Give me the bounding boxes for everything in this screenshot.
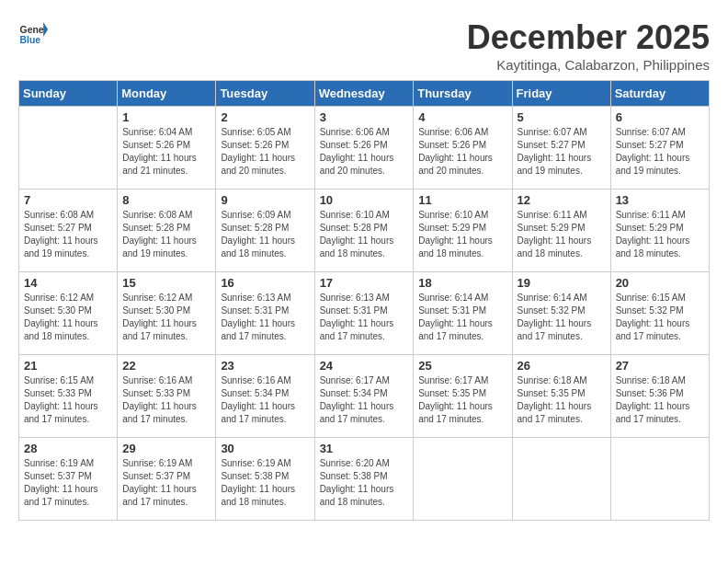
calendar-day-cell: 1Sunrise: 6:04 AM Sunset: 5:26 PM Daylig… bbox=[118, 107, 216, 190]
calendar-day-cell: 11Sunrise: 6:10 AM Sunset: 5:29 PM Dayli… bbox=[414, 190, 512, 272]
day-info: Sunrise: 6:13 AM Sunset: 5:31 PM Dayligh… bbox=[320, 292, 409, 343]
day-info: Sunrise: 6:09 AM Sunset: 5:28 PM Dayligh… bbox=[221, 209, 309, 260]
day-number: 23 bbox=[221, 359, 309, 373]
title-block: December 2025 Kaytitinga, Calabarzon, Ph… bbox=[467, 18, 710, 73]
calendar-day-cell: 27Sunrise: 6:18 AM Sunset: 5:36 PM Dayli… bbox=[610, 355, 709, 438]
day-info: Sunrise: 6:07 AM Sunset: 5:27 PM Dayligh… bbox=[616, 126, 704, 178]
calendar-day-cell: 20Sunrise: 6:15 AM Sunset: 5:32 PM Dayli… bbox=[610, 272, 709, 355]
day-info: Sunrise: 6:19 AM Sunset: 5:37 PM Dayligh… bbox=[122, 457, 210, 509]
day-info: Sunrise: 6:06 AM Sunset: 5:26 PM Dayligh… bbox=[320, 126, 409, 178]
day-number: 31 bbox=[320, 442, 409, 455]
day-info: Sunrise: 6:17 AM Sunset: 5:35 PM Dayligh… bbox=[418, 374, 506, 426]
day-number: 15 bbox=[122, 276, 210, 290]
day-info: Sunrise: 6:04 AM Sunset: 5:26 PM Dayligh… bbox=[122, 126, 210, 178]
day-number: 25 bbox=[418, 359, 506, 373]
day-info: Sunrise: 6:12 AM Sunset: 5:30 PM Dayligh… bbox=[122, 292, 210, 343]
day-number: 8 bbox=[122, 193, 210, 207]
calendar-day-cell: 24Sunrise: 6:17 AM Sunset: 5:34 PM Dayli… bbox=[314, 355, 414, 438]
page-header: General Blue December 2025 Kaytitinga, C… bbox=[18, 18, 710, 73]
day-number: 9 bbox=[221, 193, 309, 207]
day-number: 29 bbox=[122, 442, 210, 455]
day-info: Sunrise: 6:19 AM Sunset: 5:38 PM Dayligh… bbox=[221, 457, 309, 509]
svg-text:Blue: Blue bbox=[20, 35, 41, 45]
day-number: 10 bbox=[320, 193, 409, 207]
location-subtitle: Kaytitinga, Calabarzon, Philippines bbox=[467, 57, 710, 73]
calendar-day-cell: 14Sunrise: 6:12 AM Sunset: 5:30 PM Dayli… bbox=[19, 272, 118, 355]
calendar-day-header: Sunday bbox=[19, 81, 118, 107]
calendar-day-cell: 28Sunrise: 6:19 AM Sunset: 5:37 PM Dayli… bbox=[19, 438, 118, 521]
calendar-day-cell bbox=[610, 438, 709, 521]
calendar-day-cell: 7Sunrise: 6:08 AM Sunset: 5:27 PM Daylig… bbox=[19, 190, 118, 272]
calendar-week-row: 1Sunrise: 6:04 AM Sunset: 5:26 PM Daylig… bbox=[19, 107, 710, 190]
day-info: Sunrise: 6:15 AM Sunset: 5:32 PM Dayligh… bbox=[616, 292, 704, 343]
calendar-day-header: Monday bbox=[118, 81, 216, 107]
day-number: 14 bbox=[24, 276, 112, 290]
logo-icon: General Blue bbox=[18, 18, 48, 48]
day-number: 11 bbox=[418, 193, 506, 207]
day-info: Sunrise: 6:06 AM Sunset: 5:26 PM Dayligh… bbox=[418, 126, 506, 178]
day-info: Sunrise: 6:16 AM Sunset: 5:33 PM Dayligh… bbox=[122, 374, 210, 426]
month-title: December 2025 bbox=[467, 18, 710, 57]
calendar-day-cell: 21Sunrise: 6:15 AM Sunset: 5:33 PM Dayli… bbox=[19, 355, 118, 438]
calendar-day-cell: 2Sunrise: 6:05 AM Sunset: 5:26 PM Daylig… bbox=[216, 107, 314, 190]
day-info: Sunrise: 6:18 AM Sunset: 5:36 PM Dayligh… bbox=[616, 374, 704, 426]
day-number: 12 bbox=[518, 193, 606, 207]
day-info: Sunrise: 6:10 AM Sunset: 5:29 PM Dayligh… bbox=[418, 209, 506, 260]
day-info: Sunrise: 6:14 AM Sunset: 5:32 PM Dayligh… bbox=[518, 292, 606, 343]
day-info: Sunrise: 6:08 AM Sunset: 5:28 PM Dayligh… bbox=[122, 209, 210, 260]
day-number: 19 bbox=[518, 276, 606, 290]
day-info: Sunrise: 6:10 AM Sunset: 5:28 PM Dayligh… bbox=[320, 209, 409, 260]
calendar-day-cell: 30Sunrise: 6:19 AM Sunset: 5:38 PM Dayli… bbox=[216, 438, 314, 521]
day-number: 22 bbox=[122, 359, 210, 373]
calendar-day-cell: 3Sunrise: 6:06 AM Sunset: 5:26 PM Daylig… bbox=[314, 107, 414, 190]
day-info: Sunrise: 6:11 AM Sunset: 5:29 PM Dayligh… bbox=[616, 209, 704, 260]
day-number: 26 bbox=[518, 359, 606, 373]
day-number: 18 bbox=[418, 276, 506, 290]
calendar-table: SundayMondayTuesdayWednesdayThursdayFrid… bbox=[18, 80, 710, 521]
day-number: 30 bbox=[221, 442, 309, 455]
day-number: 4 bbox=[418, 110, 506, 124]
day-number: 3 bbox=[320, 110, 409, 124]
calendar-week-row: 7Sunrise: 6:08 AM Sunset: 5:27 PM Daylig… bbox=[19, 190, 710, 272]
calendar-day-header: Friday bbox=[512, 81, 610, 107]
calendar-day-cell: 25Sunrise: 6:17 AM Sunset: 5:35 PM Dayli… bbox=[414, 355, 512, 438]
day-number: 13 bbox=[616, 193, 704, 207]
calendar-day-cell: 16Sunrise: 6:13 AM Sunset: 5:31 PM Dayli… bbox=[216, 272, 314, 355]
calendar-day-cell: 22Sunrise: 6:16 AM Sunset: 5:33 PM Dayli… bbox=[118, 355, 216, 438]
day-number: 1 bbox=[122, 110, 210, 124]
logo: General Blue bbox=[18, 18, 50, 48]
calendar-day-header: Wednesday bbox=[314, 81, 414, 107]
day-info: Sunrise: 6:19 AM Sunset: 5:37 PM Dayligh… bbox=[24, 457, 112, 509]
calendar-day-cell: 18Sunrise: 6:14 AM Sunset: 5:31 PM Dayli… bbox=[414, 272, 512, 355]
day-info: Sunrise: 6:05 AM Sunset: 5:26 PM Dayligh… bbox=[221, 126, 309, 178]
calendar-day-header: Saturday bbox=[610, 81, 709, 107]
calendar-day-cell: 23Sunrise: 6:16 AM Sunset: 5:34 PM Dayli… bbox=[216, 355, 314, 438]
day-number: 7 bbox=[24, 193, 112, 207]
calendar-day-cell: 26Sunrise: 6:18 AM Sunset: 5:35 PM Dayli… bbox=[512, 355, 610, 438]
day-number: 5 bbox=[518, 110, 606, 124]
calendar-week-row: 28Sunrise: 6:19 AM Sunset: 5:37 PM Dayli… bbox=[19, 438, 710, 521]
calendar-day-cell: 19Sunrise: 6:14 AM Sunset: 5:32 PM Dayli… bbox=[512, 272, 610, 355]
day-info: Sunrise: 6:17 AM Sunset: 5:34 PM Dayligh… bbox=[320, 374, 409, 426]
day-info: Sunrise: 6:20 AM Sunset: 5:38 PM Dayligh… bbox=[320, 457, 409, 509]
day-info: Sunrise: 6:16 AM Sunset: 5:34 PM Dayligh… bbox=[221, 374, 309, 426]
day-info: Sunrise: 6:18 AM Sunset: 5:35 PM Dayligh… bbox=[518, 374, 606, 426]
calendar-day-cell: 9Sunrise: 6:09 AM Sunset: 5:28 PM Daylig… bbox=[216, 190, 314, 272]
day-info: Sunrise: 6:15 AM Sunset: 5:33 PM Dayligh… bbox=[24, 374, 112, 426]
day-number: 6 bbox=[616, 110, 704, 124]
calendar-day-cell: 15Sunrise: 6:12 AM Sunset: 5:30 PM Dayli… bbox=[118, 272, 216, 355]
day-number: 27 bbox=[616, 359, 704, 373]
day-number: 28 bbox=[24, 442, 112, 455]
day-number: 2 bbox=[221, 110, 309, 124]
day-number: 20 bbox=[616, 276, 704, 290]
calendar-day-header: Thursday bbox=[414, 81, 512, 107]
day-number: 16 bbox=[221, 276, 309, 290]
calendar-day-cell: 12Sunrise: 6:11 AM Sunset: 5:29 PM Dayli… bbox=[512, 190, 610, 272]
calendar-week-row: 21Sunrise: 6:15 AM Sunset: 5:33 PM Dayli… bbox=[19, 355, 710, 438]
calendar-day-cell: 29Sunrise: 6:19 AM Sunset: 5:37 PM Dayli… bbox=[118, 438, 216, 521]
calendar-day-cell: 4Sunrise: 6:06 AM Sunset: 5:26 PM Daylig… bbox=[414, 107, 512, 190]
calendar-week-row: 14Sunrise: 6:12 AM Sunset: 5:30 PM Dayli… bbox=[19, 272, 710, 355]
day-info: Sunrise: 6:08 AM Sunset: 5:27 PM Dayligh… bbox=[24, 209, 112, 260]
calendar-day-cell: 6Sunrise: 6:07 AM Sunset: 5:27 PM Daylig… bbox=[610, 107, 709, 190]
day-info: Sunrise: 6:14 AM Sunset: 5:31 PM Dayligh… bbox=[418, 292, 506, 343]
